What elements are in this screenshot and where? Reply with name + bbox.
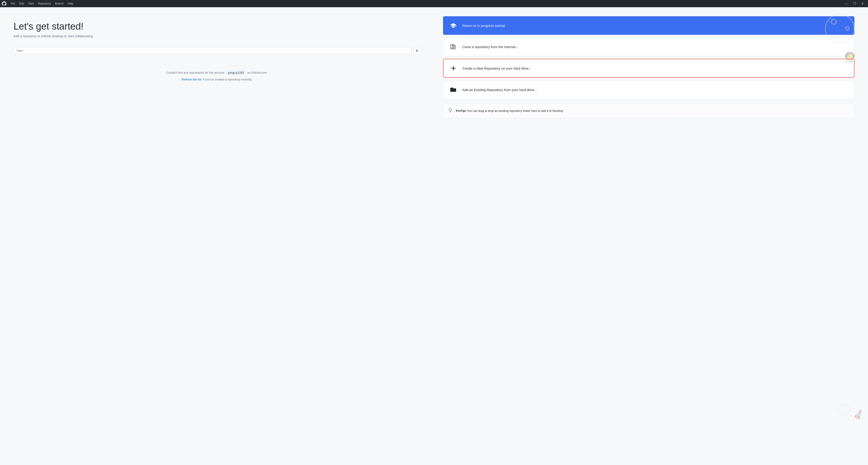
clone-card[interactable]: Clone a repository from the Internet... <box>443 37 855 56</box>
welcome-title: Let's get started! <box>13 21 421 32</box>
protip-bold: ProTip! <box>456 109 466 112</box>
refresh-suffix: if you've created a repository recently. <box>203 78 252 81</box>
menu-file[interactable]: File <box>9 1 17 6</box>
refresh-button[interactable]: ↻ <box>413 47 421 54</box>
planet-crater-2 <box>846 27 850 31</box>
menu-branch[interactable]: Branch <box>53 1 65 6</box>
window-controls: — ❐ ✕ <box>843 1 866 6</box>
decorative-rocket: 🚀 <box>852 409 865 421</box>
right-panel: 🧑‍🚀 🚀 Return to in progress tutorial <box>434 7 868 465</box>
create-card[interactable]: Create a New Repository on your hard dri… <box>443 59 855 78</box>
menu-edit[interactable]: Edit <box>18 1 26 6</box>
clone-icon <box>449 42 458 51</box>
menu-help[interactable]: Help <box>66 1 75 6</box>
menu-bar: File Edit View Repository Branch Help <box>9 1 843 6</box>
tutorial-icon <box>449 21 458 30</box>
menu-view[interactable]: View <box>26 1 36 6</box>
maximize-button[interactable]: ❐ <box>851 1 858 6</box>
titlebar: File Edit View Repository Branch Help — … <box>0 0 868 7</box>
tutorial-card[interactable]: Return to in progress tutorial <box>443 16 855 35</box>
add-existing-card[interactable]: Add an Existing Repository from your har… <box>443 80 855 99</box>
menu-repository[interactable]: Repository <box>36 1 53 6</box>
empty-prefix: Couldn't find any repositories for the a… <box>166 71 224 74</box>
minimize-button[interactable]: — <box>843 1 850 6</box>
filter-row: ↻ <box>13 47 421 54</box>
refresh-list-link[interactable]: Refresh the list <box>182 78 202 81</box>
tutorial-label: Return to in progress tutorial <box>462 24 505 28</box>
decorative-planet <box>825 14 855 43</box>
account-name: yangzy1202 <box>226 71 246 75</box>
folder-icon <box>449 85 458 94</box>
create-icon <box>449 64 458 73</box>
planet-crater-3 <box>834 36 836 38</box>
protip-banner: ProTip! You can drag & drop an existing … <box>443 103 855 118</box>
add-existing-label: Add an Existing Repository from your har… <box>462 88 537 92</box>
empty-state: Couldn't find any repositories for the a… <box>13 61 421 91</box>
lightbulb-icon <box>448 108 453 114</box>
main-content: Let's get started! Add a repository to G… <box>0 7 868 465</box>
left-panel: Let's get started! Add a repository to G… <box>0 7 434 465</box>
protip-message: You can drag & drop an existing reposito… <box>466 109 563 112</box>
github-logo <box>2 1 6 6</box>
create-label: Create a New Repository on your hard dri… <box>463 66 531 70</box>
planet-crater-1 <box>831 19 836 24</box>
refresh-icon: ↻ <box>415 48 418 53</box>
welcome-subtitle: Add a repository to GitHub Desktop to st… <box>13 34 421 38</box>
clone-label: Clone a repository from the Internet... <box>462 45 518 49</box>
filter-input[interactable] <box>13 47 411 54</box>
decorative-astronaut: 🧑‍🚀 <box>843 50 857 63</box>
protip-text: ProTip! You can drag & drop an existing … <box>456 109 563 112</box>
empty-suffix: on GitHub.com. <box>247 71 268 74</box>
close-button[interactable]: ✕ <box>859 1 866 6</box>
decorative-globe <box>839 404 850 415</box>
